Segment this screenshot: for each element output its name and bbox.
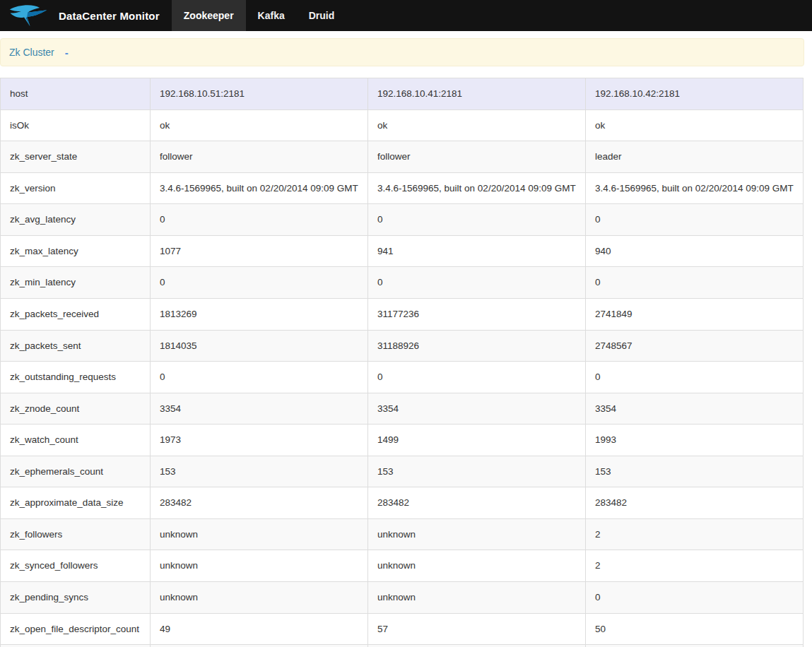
metric-value: 283482 [368, 487, 586, 519]
collapse-toggle[interactable]: - [65, 47, 69, 58]
metric-label: zk_open_file_descriptor_count [1, 613, 151, 645]
metric-value: 65536 [368, 645, 586, 647]
metric-value: unknown [368, 550, 586, 582]
metric-value: 3.4.6-1569965, built on 02/20/2014 09:09… [586, 172, 804, 204]
top-navbar: DataCenter Monitor ZookeeperKafkaDruid [0, 0, 812, 31]
metric-value: 0 [151, 362, 368, 393]
metric-value: follower [368, 141, 586, 173]
metric-label: zk_max_file_descriptor_count [1, 645, 151, 647]
metric-value: 3354 [586, 393, 804, 425]
metric-value: 192.168.10.51:2181 [151, 78, 368, 110]
metric-value: 4096 [586, 645, 804, 647]
metric-value: 153 [368, 456, 586, 487]
table-row-zk_approximate_data_size: zk_approximate_data_size2834822834822834… [1, 487, 804, 519]
metric-value: 3354 [368, 393, 586, 425]
zk-cluster-panel-header: Zk Cluster - [0, 38, 804, 66]
table-row-host: host192.168.10.51:2181192.168.10.41:2181… [1, 78, 804, 110]
metric-value: 153 [151, 456, 368, 487]
nav-link-zookeeper[interactable]: Zookeeper [172, 0, 246, 31]
nav-menu: ZookeeperKafkaDruid [172, 0, 347, 31]
metric-label: zk_outstanding_requests [1, 362, 151, 393]
metric-value: 50 [586, 613, 804, 645]
metric-value: 0 [586, 362, 804, 393]
table-row-zk_ephemerals_count: zk_ephemerals_count153153153 [1, 456, 804, 487]
metric-label: zk_server_state [1, 141, 151, 173]
metric-label: isOk [1, 109, 151, 141]
metric-value: 2 [586, 518, 804, 550]
metric-value: unknown [151, 518, 368, 550]
metric-label: zk_followers [1, 518, 151, 550]
nav-link-druid[interactable]: Druid [297, 0, 347, 31]
metric-value: 1813269 [151, 298, 368, 330]
zk-cluster-table: host192.168.10.51:2181192.168.10.41:2181… [0, 78, 804, 647]
metric-value: 3.4.6-1569965, built on 02/20/2014 09:09… [368, 172, 586, 204]
metric-value: 0 [151, 204, 368, 236]
table-row-zk_znode_count: zk_znode_count335433543354 [1, 393, 804, 425]
metric-value: 940 [586, 235, 804, 267]
metric-value: 0 [586, 582, 804, 614]
metric-value: 0 [368, 204, 586, 236]
metric-value: 1973 [151, 425, 368, 456]
nav-item-druid: Druid [297, 0, 347, 31]
metric-label: zk_ephemerals_count [1, 456, 151, 487]
metric-value: 283482 [586, 487, 804, 519]
table-row-zk_packets_sent: zk_packets_sent1814035311889262748567 [1, 330, 804, 362]
nav-item-zookeeper: Zookeeper [172, 0, 246, 31]
table-row-zk_server_state: zk_server_statefollowerfollowerleader [1, 141, 804, 173]
brand-group: DataCenter Monitor [0, 0, 160, 31]
metric-value: 0 [586, 204, 804, 236]
metric-value: 153 [586, 456, 804, 487]
metric-value: 2748567 [586, 330, 804, 362]
table-row-zk_max_latency: zk_max_latency1077941940 [1, 235, 804, 267]
app-logo-icon[interactable] [8, 4, 48, 28]
metric-value: 57 [368, 613, 586, 645]
metric-value: 192.168.10.42:2181 [586, 78, 804, 110]
metric-value: unknown [368, 582, 586, 614]
metric-label: zk_approximate_data_size [1, 487, 151, 519]
metric-value: 31188926 [368, 330, 586, 362]
metric-value: 2 [586, 550, 804, 582]
metric-value: unknown [368, 518, 586, 550]
metric-label: host [1, 78, 151, 110]
metric-value: ok [586, 109, 804, 141]
metric-value: 1814035 [151, 330, 368, 362]
metric-value: 0 [586, 267, 804, 299]
metric-value: 1077 [151, 235, 368, 267]
table-row-zk_synced_followers: zk_synced_followersunknownunknown2 [1, 550, 804, 582]
table-row-zk_outstanding_requests: zk_outstanding_requests000 [1, 362, 804, 393]
table-row-zk_packets_received: zk_packets_received181326931177236274184… [1, 298, 804, 330]
metric-value: follower [151, 141, 368, 173]
metric-label: zk_packets_sent [1, 330, 151, 362]
metric-value: unknown [151, 550, 368, 582]
brand-title[interactable]: DataCenter Monitor [59, 10, 160, 22]
table-row-zk_max_file_descriptor_count: zk_max_file_descriptor_count409665536409… [1, 645, 804, 647]
metric-value: 1499 [368, 425, 586, 456]
metric-label: zk_watch_count [1, 425, 151, 456]
nav-link-kafka[interactable]: Kafka [246, 0, 297, 31]
metric-label: zk_avg_latency [1, 204, 151, 236]
metric-value: 4096 [151, 645, 368, 647]
table-row-zk_pending_syncs: zk_pending_syncsunknownunknown0 [1, 582, 804, 614]
metric-label: zk_synced_followers [1, 550, 151, 582]
metric-label: zk_znode_count [1, 393, 151, 425]
metric-value: 2741849 [586, 298, 804, 330]
metric-label: zk_pending_syncs [1, 582, 151, 614]
metric-value: ok [368, 109, 586, 141]
metric-value: 49 [151, 613, 368, 645]
metric-label: zk_min_latency [1, 267, 151, 299]
metric-value: 0 [368, 362, 586, 393]
metric-label: zk_max_latency [1, 235, 151, 267]
table-row-zk_followers: zk_followersunknownunknown2 [1, 518, 804, 550]
metric-value: 1993 [586, 425, 804, 456]
metric-value: 31177236 [368, 298, 586, 330]
metric-value: 0 [151, 267, 368, 299]
metric-label: zk_packets_received [1, 298, 151, 330]
panel-title: Zk Cluster [9, 47, 54, 58]
metric-value: 0 [368, 267, 586, 299]
table-row-zk_avg_latency: zk_avg_latency000 [1, 204, 804, 236]
metric-label: zk_version [1, 172, 151, 204]
metric-value: 3.4.6-1569965, built on 02/20/2014 09:09… [151, 172, 368, 204]
table-row-isOk: isOkokokok [1, 109, 804, 141]
metric-value: 283482 [151, 487, 368, 519]
metric-value: unknown [151, 582, 368, 614]
